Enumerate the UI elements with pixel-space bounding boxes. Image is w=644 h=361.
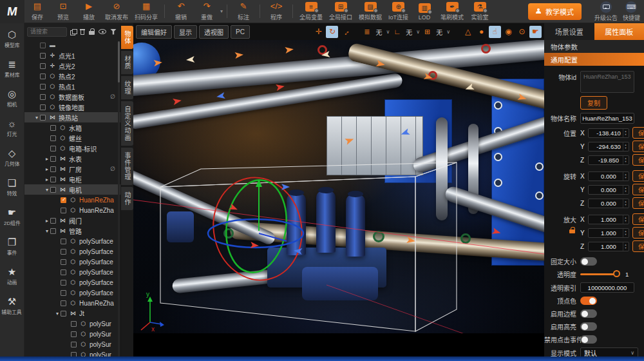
eye-tool-icon[interactable]: ◉ [502, 26, 515, 38]
rotation-input[interactable]: 0.000 [588, 185, 629, 195]
tree-row[interactable]: ⬡ 热点2 ∅ [24, 71, 120, 81]
expand-arrow-icon[interactable]: ▸ [44, 177, 50, 182]
rotation-input[interactable]: 0.000 [588, 171, 629, 181]
visibility-checkbox[interactable] [40, 43, 46, 48]
visibility-checkbox[interactable] [61, 300, 66, 306]
visibility-checkbox[interactable] [50, 135, 56, 141]
spinner-icon[interactable] [623, 142, 628, 151]
scale-tool-icon[interactable]: ↔ [337, 23, 354, 41]
scale-input[interactable]: 1.000 [588, 242, 629, 251]
snap-value-dropdown[interactable]: 无 [403, 26, 415, 37]
visibility-checkbox[interactable] [50, 166, 56, 172]
camera[interactable]: ◎ 相机 [0, 86, 24, 110]
visibility-checkbox[interactable] [61, 311, 66, 317]
expand-arrow-icon[interactable]: ▾ [44, 187, 50, 193]
select-click-icon[interactable]: ☝ [489, 26, 501, 38]
tree-row[interactable]: ⬡ HuanReZha ∅ [24, 195, 120, 205]
node-label[interactable]: 水箱 [69, 123, 82, 133]
render-scene[interactable]: y x [133, 40, 544, 361]
node-label[interactable]: HuanReZha [79, 207, 114, 214]
spinner-icon[interactable] [623, 242, 628, 251]
filter-funnel-icon[interactable] [110, 29, 117, 35]
expand-arrow-icon[interactable]: ▾ [33, 115, 40, 121]
cancel-publish-button[interactable]: ⊘ 取消发布 [102, 0, 131, 23]
node-label[interactable]: 电柜 [69, 175, 82, 184]
visibility-checkbox[interactable] [61, 197, 66, 203]
position-input[interactable]: -138.410 [588, 128, 629, 138]
apply-button[interactable]: 保存 [632, 213, 644, 225]
side-tab[interactable]: 自定义动画 [121, 101, 133, 146]
copy-id-button[interactable]: 复制 [580, 96, 607, 110]
spinner-icon[interactable] [623, 215, 628, 224]
chevron-down-icon[interactable]: ∨ [416, 29, 420, 35]
apply-button[interactable]: 保存 [632, 141, 644, 152]
node-label[interactable]: polySurface [79, 259, 113, 266]
events[interactable]: ❐ 事件 [0, 235, 24, 258]
node-label[interactable]: 螺丝 [69, 133, 82, 143]
tree-scrollbar[interactable] [118, 41, 120, 357]
annotate-button[interactable]: ✎ 标注 [231, 0, 256, 23]
asset-library[interactable]: ≣ 素材库 [0, 57, 24, 80]
visibility-checkbox[interactable] [71, 331, 77, 337]
tree-row[interactable]: ⬡ polySurface ∅ [24, 288, 120, 298]
sphere-mode-icon[interactable]: ● [475, 26, 488, 38]
lights[interactable]: ☼ 灯光 [0, 116, 24, 139]
node-label[interactable]: 点光1 [59, 51, 75, 61]
apply-button[interactable]: 保存 [632, 184, 644, 195]
node-label[interactable]: Jt [79, 310, 84, 317]
snap-value-dropdown[interactable]: 无 [433, 26, 445, 37]
pc-mode-button[interactable]: PC [231, 25, 250, 39]
node-label[interactable]: 热点1 [59, 82, 75, 92]
node-label[interactable]: 水表 [69, 154, 82, 164]
visibility-checkbox[interactable] [40, 115, 46, 121]
spinner-icon[interactable] [623, 199, 628, 208]
side-tab[interactable]: 事件管理 [121, 148, 133, 185]
node-label[interactable]: 厂房 [69, 164, 82, 174]
model-library[interactable]: ⬡ 模型库 [0, 27, 24, 50]
apply-button[interactable]: 保存 [632, 154, 644, 166]
tree-row[interactable]: ⬡ polySurface ∅ [24, 257, 120, 267]
lod-button[interactable]: ▥ LOD [412, 0, 437, 23]
tree-row[interactable]: ⬡ polySur ∅ [24, 329, 120, 339]
mock-data-button[interactable]: ▨ 模拟数据 [355, 0, 385, 23]
node-label[interactable]: polySurface [79, 248, 113, 255]
node-label[interactable]: polySur [90, 341, 111, 348]
tab-scene-settings[interactable]: 场景设置 [544, 23, 594, 40]
apply-button[interactable]: 保存 [632, 170, 644, 182]
visibility-checkbox[interactable] [40, 94, 46, 100]
position-input[interactable]: -19.850 [588, 155, 629, 165]
tree-row[interactable]: ⬡ polySurface ∅ [24, 236, 120, 246]
visibility-checkbox[interactable] [50, 156, 56, 162]
spinner-icon[interactable] [623, 172, 628, 180]
scale-input[interactable]: 1.000 [588, 228, 629, 238]
lock-icon[interactable] [89, 28, 95, 35]
expand-arrow-icon[interactable]: ▾ [54, 311, 61, 317]
tree-row[interactable]: ⬡ 螺丝 ∅ [24, 133, 120, 143]
tree-row[interactable]: ⬡ polySurface ∅ [24, 267, 120, 277]
visibility-checkbox[interactable] [61, 208, 66, 213]
tree-row[interactable]: ⬡ polySurface ∅ [24, 246, 120, 257]
copy-icon[interactable] [70, 29, 76, 35]
opacity-slider[interactable] [580, 273, 618, 275]
expand-arrow-icon[interactable]: ▾ [44, 228, 50, 234]
global-variables-button[interactable]: ≡ 全局变量 [296, 0, 326, 23]
chevron-down-icon[interactable]: ∨ [446, 29, 450, 35]
visibility-checkbox[interactable] [61, 259, 66, 265]
tree-row[interactable]: ⬡ polySur ∅ [24, 339, 120, 349]
expand-arrow-icon[interactable]: ▸ [44, 166, 50, 172]
play-button[interactable]: ▶ 播放 [76, 0, 102, 23]
node-label[interactable]: HuanReZha [79, 197, 114, 204]
visibility-checkbox[interactable] [40, 104, 46, 110]
visibility-checkbox[interactable] [50, 146, 56, 151]
apply-button[interactable]: 保存 [632, 240, 644, 252]
node-label[interactable]: polySur [90, 331, 111, 338]
node-label[interactable]: 镜像地面 [59, 102, 84, 112]
apply-button[interactable]: 保存 [632, 127, 644, 139]
tree-row[interactable]: ▬ ∅ [24, 40, 120, 50]
node-label[interactable]: 点光2 [59, 61, 75, 71]
eye-icon[interactable] [99, 29, 106, 34]
focus-target-icon[interactable]: ⊙ [516, 26, 528, 38]
brush-mode-button[interactable]: ✒ 笔刷模式 [437, 0, 467, 23]
tree-row[interactable]: ▸ ⋈ 电柜 ∅ [24, 174, 120, 184]
visibility-checkbox[interactable] [50, 187, 56, 193]
